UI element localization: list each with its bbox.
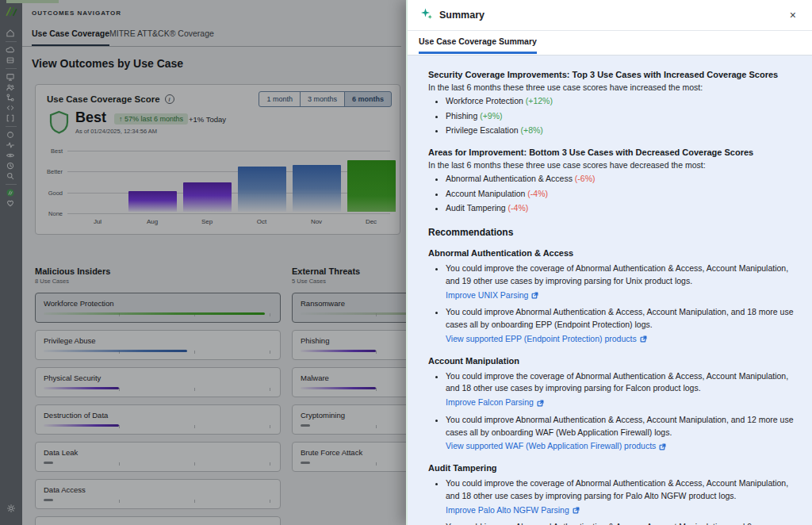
activity-icon[interactable] xyxy=(6,140,15,150)
eye-icon[interactable] xyxy=(6,151,15,160)
delta-list-item: Workforce Protection (+12%) xyxy=(446,95,798,107)
workflow-icon[interactable] xyxy=(6,93,15,102)
sidebar-divider xyxy=(6,41,17,42)
use-case-card-data-access[interactable]: Data Access xyxy=(35,479,281,509)
progress-tick xyxy=(119,500,120,503)
summary-panel-body: Security Coverage Improvements: Top 3 Us… xyxy=(408,56,812,525)
users-icon[interactable] xyxy=(6,82,15,92)
app-logo-icon xyxy=(5,5,18,18)
progress-tick xyxy=(376,462,377,466)
delta-value: (-4%) xyxy=(508,203,529,213)
coverage-progress-track xyxy=(44,312,272,315)
recommendation-item: You could improve the coverage of Abnorm… xyxy=(446,262,798,301)
database-icon[interactable] xyxy=(6,56,15,65)
link-label: View supported EPP (Endpoint Protection)… xyxy=(446,333,637,346)
chart-gridline xyxy=(67,151,390,151)
left-nav-rail xyxy=(0,0,22,525)
delta-list-item: Audit Tampering (-4%) xyxy=(446,202,798,214)
group-title: Malicious Insiders xyxy=(35,266,281,276)
sidebar-divider xyxy=(6,126,17,127)
progress-tick xyxy=(376,351,377,354)
recommendation-text: You could improve the coverage of Abnorm… xyxy=(446,262,798,288)
delta-value: (+12%) xyxy=(526,96,553,105)
ai-sparkle-icon xyxy=(420,7,433,23)
coverage-progress-track xyxy=(44,499,272,501)
use-case-card-workforce-protection[interactable]: Workforce Protection xyxy=(35,293,281,323)
group-subtitle: 8 Use Cases xyxy=(35,278,281,285)
improvements-intro: In the last 6 months these three use cas… xyxy=(428,82,798,92)
use-case-label: Malware xyxy=(301,374,329,382)
coverage-progress-line xyxy=(44,499,53,501)
recommendation-text: You could improve the coverage of Abnorm… xyxy=(446,370,798,396)
app-title: OUTCOMES NAVIGATOR xyxy=(32,10,121,17)
recommendation-group-heading: Account Manipulation xyxy=(428,356,798,366)
progress-tick xyxy=(194,425,195,428)
coverage-progress-line xyxy=(44,312,265,315)
recommendation-text: You could improve the coverage of Abnorm… xyxy=(446,477,798,503)
chart-bar-oct xyxy=(238,167,286,212)
recommendation-link[interactable]: View supported WAF (Web Application Fire… xyxy=(446,440,666,453)
delta-value: (-6%) xyxy=(575,174,596,183)
chart-bar-sep xyxy=(183,182,232,212)
progress-tick xyxy=(194,351,195,354)
use-case-card-partial[interactable] xyxy=(35,516,281,525)
use-case-card-privilege-abuse[interactable]: Privilege Abuse xyxy=(35,330,281,360)
recommendation-link[interactable]: Improve Palo Alto NGFW Parsing xyxy=(446,504,580,517)
clock-icon[interactable] xyxy=(6,161,15,171)
outcomes-icon[interactable] xyxy=(6,188,15,197)
chart-bar-nov xyxy=(293,165,341,212)
progress-tick xyxy=(270,313,270,316)
progress-tick xyxy=(119,462,120,466)
heart-icon[interactable] xyxy=(6,198,15,208)
chart-gridline xyxy=(67,213,390,214)
use-case-card-physical-security[interactable]: Physical Security xyxy=(35,367,281,397)
use-case-label: Destruction of Data xyxy=(44,411,108,420)
coverage-progress-line xyxy=(44,424,119,427)
desktop-icon[interactable] xyxy=(6,72,15,82)
link-label: Improve UNIX Parsing xyxy=(446,289,528,302)
ring-icon[interactable] xyxy=(6,130,15,140)
cloud-icon[interactable] xyxy=(6,45,15,55)
recommendation-link[interactable]: Improve Falcon Parsing xyxy=(446,397,544,409)
coverage-progress-line xyxy=(301,387,376,389)
recommendation-link[interactable]: View supported EPP (Endpoint Protection)… xyxy=(446,333,647,346)
delta-list-item: Abnormal Authentication & Access (-6%) xyxy=(446,173,798,185)
coverage-progress-track xyxy=(44,462,272,464)
sidebar-divider xyxy=(6,68,17,69)
tab-mitre-attack-coverage[interactable]: MITRE ATT&CK® Coverage xyxy=(109,29,214,44)
improvements-heading: Security Coverage Improvements: Top 3 Us… xyxy=(428,70,798,79)
tab-use-case-coverage[interactable]: Use Case Coverage xyxy=(32,29,109,46)
use-case-coverage-score-card: Use Case Coverage Score i 1 month 3 mont… xyxy=(35,84,400,235)
link-label: Improve Falcon Parsing xyxy=(446,397,534,409)
progress-tick xyxy=(270,500,270,503)
recommendation-link[interactable]: Improve UNIX Parsing xyxy=(446,289,538,302)
external-link-icon xyxy=(531,292,538,299)
progress-tick xyxy=(376,388,377,391)
recommendation-text: You could improve Abnormal Authenticatio… xyxy=(446,306,798,331)
recommendation-group-heading: Audit Tampering xyxy=(428,463,798,473)
close-icon[interactable]: × xyxy=(787,8,799,22)
use-case-card-destruction-of-data[interactable]: Destruction of Data xyxy=(35,404,281,435)
top-accent-strip xyxy=(6,0,59,3)
recommendations-heading: Recommendations xyxy=(428,227,798,238)
use-case-name: Workforce Protection xyxy=(446,96,526,105)
coverage-progress-track xyxy=(44,387,272,389)
home-icon[interactable] xyxy=(6,29,15,38)
use-case-name: Abnormal Authentication & Access xyxy=(446,174,575,183)
use-case-label: Data Leak xyxy=(44,448,78,457)
y-axis-label: Good xyxy=(36,189,63,196)
use-case-name: Account Manipulation xyxy=(446,189,527,198)
settings-gear-icon[interactable] xyxy=(6,504,16,513)
plugin-icon[interactable] xyxy=(6,113,15,123)
recommendation-item: You could improve Abnormal Authenticatio… xyxy=(446,414,798,453)
page-title: View Outcomes by Use Case xyxy=(32,57,183,70)
search-icon[interactable] xyxy=(6,171,15,181)
link-label: Improve Palo Alto NGFW Parsing xyxy=(446,504,569,517)
tab-use-case-coverage-summary[interactable]: Use Case Coverage Summary xyxy=(419,36,537,54)
use-case-card-data-leak[interactable]: Data Leak xyxy=(35,442,281,472)
code-icon[interactable] xyxy=(6,103,15,113)
use-case-label: Workforce Protection xyxy=(44,299,114,308)
recommendation-text: You could improve Abnormal Authenticatio… xyxy=(446,521,798,525)
x-axis-label: Aug xyxy=(128,218,177,225)
external-link-icon xyxy=(659,443,666,450)
